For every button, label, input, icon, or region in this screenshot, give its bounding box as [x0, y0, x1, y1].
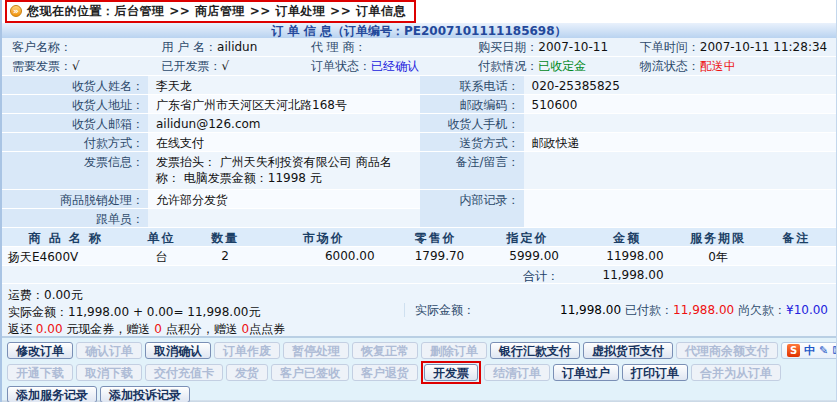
- col-amount: 金额: [575, 228, 680, 246]
- col-remark: 备注: [756, 228, 836, 246]
- amount-summary-right: 实际金额：11,998.00已付款：11,988.00 尚欠款：¥10.00: [404, 302, 828, 319]
- breadcrumb[interactable]: 您现在的位置：后台管理 >> 商店管理 >> 订单处理 >> 订单信息: [27, 3, 406, 20]
- invoice-info-label: 发票信息：: [2, 152, 148, 189]
- order-info-page: » 您现在的位置：后台管理 >> 商店管理 >> 订单处理 >> 订单信息 订 …: [0, 0, 837, 402]
- rebate-points-value: 0: [154, 322, 162, 336]
- col-retail-price: 零售价: [391, 228, 481, 246]
- order-time-value: 2007-10-11 11:28:34: [700, 40, 827, 54]
- field-payment-method: 付款方式：在线支付: [2, 133, 420, 152]
- col-unit: 单位: [130, 228, 194, 246]
- product-table-row: 扬天E4600V 台 2 6000.00 1799.70 5999.00 119…: [2, 247, 836, 266]
- product-name-cell: 扬天E4600V: [2, 247, 130, 265]
- transfer-order-button[interactable]: 订单过户: [553, 364, 619, 381]
- deliver-recharge-card-button: 交付充值卡: [145, 364, 223, 381]
- contact-phone-label: 联系电话：: [420, 76, 524, 94]
- shipping-method-label: 送货方式：: [420, 133, 524, 151]
- col-market-price: 市场价: [257, 228, 391, 246]
- virtual-currency-pay-button[interactable]: 虚拟货币支付: [583, 342, 673, 359]
- merge-as-sub-order-button: 合并为从订单: [691, 364, 781, 381]
- payment-summary: 运费：0.00元 实际金额：11,998.00 + 0.00= 11,998.0…: [2, 284, 836, 338]
- payment-status-badge: 已收定金: [538, 58, 586, 75]
- add-service-record-button[interactable]: 添加服务记录: [7, 386, 97, 402]
- invoice-button-annotation-box: 开发票: [421, 361, 481, 384]
- username-label: 用 户 名：: [161, 39, 217, 56]
- order-header-row-2: 需要发票：√ 已开发票：√ 订单状态：已经确认 付款情况：已收定金 物流状态：配…: [2, 57, 836, 76]
- consignee-address-value: 广东省广州市天河区天河北路168号: [148, 95, 420, 113]
- delete-order-button: 删除订单: [421, 342, 487, 359]
- handwriting-icon[interactable]: ✎: [819, 344, 828, 357]
- owed-label: 尚欠款：: [738, 303, 786, 317]
- outofstock-handling-value: 允许部分发货: [148, 190, 420, 208]
- remark-cell: [756, 247, 836, 265]
- unit-cell: 台: [130, 247, 194, 265]
- field-consignee-email: 收货人邮箱：ailidun@126.com: [2, 114, 420, 133]
- username-value: ailidun: [217, 40, 257, 54]
- consignee-email-label: 收货人邮箱：: [2, 114, 148, 132]
- add-complaint-record-button[interactable]: 添加投诉记录: [100, 386, 190, 402]
- owed-value: ¥10.00: [786, 303, 828, 317]
- cancel-confirm-button[interactable]: 取消确认: [145, 342, 211, 359]
- need-invoice-label: 需要发票：: [12, 58, 72, 75]
- action-button-area: 修改订单 确认订单 取消确认 订单作废 暂停处理 恢复正常 删除订单 银行汇款支…: [2, 338, 836, 400]
- order-number: （订单编号：PE2007101111185698）: [332, 24, 567, 38]
- logistics-status-label: 物流状态：: [640, 58, 700, 75]
- actual-amount-label: 实际金额：: [404, 303, 475, 317]
- sogou-logo-icon[interactable]: S: [787, 344, 800, 357]
- order-status-badge: 已经确认: [371, 58, 419, 75]
- enable-download-button: 开通下载: [7, 364, 73, 381]
- details-right-pane: 联系电话：020-25385825 邮政编码：510600 收货人手机： 送货方…: [420, 76, 837, 228]
- need-invoice-check: √: [72, 59, 80, 73]
- order-follower-label: 跟单员：: [2, 209, 148, 227]
- consignee-address-label: 收货人地址：: [2, 95, 148, 113]
- market-price-cell: 6000.00: [257, 247, 391, 265]
- postal-code-value: 510600: [524, 95, 837, 113]
- field-invoice-info: 发票信息：发票抬头： 广州天失利投资有限公司 商品名称： 电脑发票金额：1199…: [2, 152, 420, 190]
- agent-balance-pay-button: 代理商余额支付: [676, 342, 778, 359]
- issue-invoice-button[interactable]: 开发票: [424, 364, 478, 381]
- field-shipping-method: 送货方式：邮政快递: [420, 133, 837, 152]
- actual-amount-value: 11,998.00: [475, 303, 625, 317]
- customer-name-label: 客户名称：: [12, 39, 72, 56]
- internal-record-label: 内部记录：: [420, 190, 524, 227]
- rebate-coupon-value: 0: [241, 322, 249, 336]
- total-value: 11,998.00: [575, 266, 680, 283]
- details-left-pane: 收货人姓名：李天龙 收货人地址：广东省广州市天河区天河北路168号 收货人邮箱：…: [2, 76, 420, 228]
- order-header-row-1: 客户名称： 用 户 名：ailidun 代 理 商： 购买日期：2007-10-…: [2, 38, 836, 57]
- print-order-button[interactable]: 打印订单: [622, 364, 688, 381]
- logistics-status-badge: 配送中: [700, 58, 736, 75]
- chinese-mode-icon[interactable]: 中: [804, 344, 815, 357]
- bank-transfer-pay-button[interactable]: 银行汇款支付: [490, 342, 580, 359]
- modify-order-button[interactable]: 修改订单: [7, 342, 73, 359]
- page-title: 订 单 信 息: [271, 24, 332, 38]
- col-quantity: 数量: [193, 228, 257, 246]
- rebate-line: 返还 0.00 元现金券，赠送 0 点积分，赠送 0点点券: [8, 321, 836, 338]
- internal-record-value: [524, 190, 837, 227]
- field-consignee-mobile: 收货人手机：: [420, 114, 837, 133]
- field-remark-message: 备注/留言：: [420, 152, 837, 190]
- void-order-button: 订单作废: [214, 342, 280, 359]
- rebate-text-3: 点积分，赠送: [162, 322, 242, 336]
- order-status-label: 订单状态：: [311, 58, 371, 75]
- rebate-cash-value: 0.00: [36, 322, 63, 336]
- restore-normal-button: 恢复正常: [352, 342, 418, 359]
- page-title-bar: 订 单 信 息（订单编号：PE2007101111185698）: [2, 22, 836, 38]
- purchase-date-label: 购买日期：: [478, 39, 538, 56]
- consignee-mobile-label: 收货人手机：: [420, 114, 524, 132]
- keyboard-icon[interactable]: ⌨: [832, 344, 837, 357]
- confirm-order-button: 确认订单: [76, 342, 142, 359]
- ime-toolbar: S 中 ✎ ⌨ ⚙: [781, 342, 837, 359]
- payment-method-label: 付款方式：: [2, 133, 148, 151]
- remark-message-value: [524, 152, 837, 189]
- rebate-text-1: 返还: [8, 322, 36, 336]
- purchase-date-value: 2007-10-11: [538, 40, 608, 54]
- quantity-cell: 2: [193, 247, 257, 265]
- settle-order-button: 结清订单: [484, 364, 550, 381]
- outofstock-handling-label: 商品脱销处理：: [2, 190, 148, 208]
- payment-status-label: 付款情况：: [478, 58, 538, 75]
- product-table-total-row: 合计： 11,998.00: [2, 266, 836, 284]
- consignee-name-label: 收货人姓名：: [2, 76, 148, 94]
- ship-button: 发货: [226, 364, 268, 381]
- customer-return-button: 客户退货: [352, 364, 418, 381]
- shipping-method-value: 邮政快递: [524, 133, 837, 151]
- agent-label: 代 理 商：: [311, 39, 367, 56]
